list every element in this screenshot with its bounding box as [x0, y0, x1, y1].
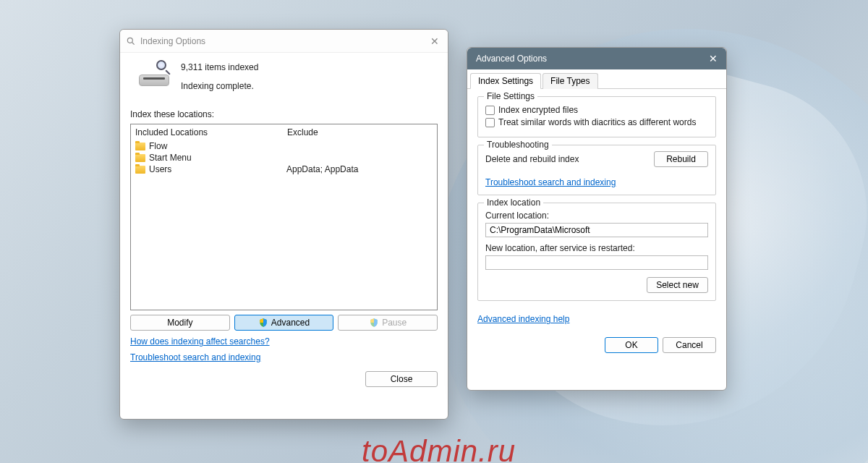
indexing-status: Indexing complete.	[181, 81, 258, 91]
tab-index-settings[interactable]: Index Settings	[470, 73, 541, 89]
group-legend: Troubleshooting	[484, 140, 552, 150]
indexing-icon	[126, 36, 136, 46]
window-title: Indexing Options	[140, 36, 427, 46]
folder-icon	[135, 166, 145, 174]
current-location-field[interactable]	[485, 223, 708, 237]
indexing-options-window: Indexing Options ✕ 9,311 items indexed I…	[119, 29, 448, 420]
shield-icon	[369, 318, 379, 328]
column-exclude[interactable]: Exclude	[287, 127, 433, 137]
advanced-button-label: Advanced	[271, 318, 310, 328]
window-title: Advanced Options	[476, 54, 706, 64]
list-item[interactable]: Start Menu	[131, 152, 437, 163]
watermark-text: toAdmin.ru	[362, 434, 516, 463]
help-link[interactable]: How does indexing affect searches?	[130, 336, 270, 347]
cancel-button[interactable]: Cancel	[663, 337, 716, 353]
tab-file-types[interactable]: File Types	[542, 73, 597, 89]
troubleshoot-link[interactable]: Troubleshoot search and indexing	[485, 177, 616, 187]
shield-icon	[258, 318, 268, 328]
checkbox-diacritics[interactable]	[485, 118, 495, 127]
advanced-button[interactable]: Advanced	[234, 315, 334, 331]
troubleshooting-group: Troubleshooting Delete and rebuild index…	[477, 145, 716, 195]
rebuild-label: Delete and rebuild index	[485, 154, 579, 164]
current-location-label: Current location:	[485, 211, 708, 221]
items-indexed-count: 9,311 items indexed	[181, 62, 258, 72]
ok-button[interactable]: OK	[605, 337, 658, 353]
new-location-label: New location, after service is restarted…	[485, 243, 708, 253]
location-name: Flow	[149, 141, 286, 151]
group-legend: Index location	[484, 197, 543, 208]
titlebar[interactable]: Indexing Options ✕	[120, 30, 448, 53]
new-location-field[interactable]	[485, 255, 708, 270]
svg-line-1	[132, 42, 135, 44]
advanced-help-link[interactable]: Advanced indexing help	[477, 314, 569, 324]
group-legend: File Settings	[484, 91, 537, 101]
checkbox-encrypted[interactable]	[485, 106, 495, 115]
rebuild-button[interactable]: Rebuild	[654, 151, 708, 167]
checkbox-diacritics-label: Treat similar words with diacritics as d…	[498, 117, 696, 127]
pause-button: Pause	[338, 315, 438, 331]
pause-button-label: Pause	[382, 318, 407, 328]
folder-icon	[135, 143, 145, 150]
disk-search-icon	[136, 60, 172, 90]
list-item[interactable]: Flow	[131, 140, 437, 152]
index-location-group: Index location Current location: New loc…	[477, 203, 716, 301]
select-new-button[interactable]: Select new	[647, 277, 708, 293]
location-name: Start Menu	[149, 153, 286, 163]
list-item[interactable]: Users AppData; AppData	[131, 163, 437, 175]
close-icon[interactable]: ✕	[706, 53, 720, 64]
tab-strip: Index Settings File Types	[467, 69, 726, 89]
checkbox-encrypted-label: Index encrypted files	[498, 105, 578, 115]
location-exclude: AppData; AppData	[286, 164, 358, 174]
modify-button[interactable]: Modify	[130, 315, 230, 331]
locations-label: Index these locations:	[130, 109, 438, 119]
advanced-options-window: Advanced Options ✕ Index Settings File T…	[467, 47, 727, 391]
close-icon[interactable]: ✕	[427, 35, 442, 47]
folder-icon	[135, 154, 145, 162]
troubleshoot-link[interactable]: Troubleshoot search and indexing	[130, 352, 260, 362]
column-included[interactable]: Included Locations	[135, 127, 287, 137]
close-button[interactable]: Close	[365, 371, 438, 387]
svg-point-0	[127, 38, 132, 43]
file-settings-group: File Settings Index encrypted files Trea…	[477, 96, 716, 137]
location-name: Users	[149, 164, 286, 174]
titlebar[interactable]: Advanced Options ✕	[467, 48, 726, 69]
locations-listbox[interactable]: Included Locations Exclude Flow Start Me…	[130, 124, 438, 310]
